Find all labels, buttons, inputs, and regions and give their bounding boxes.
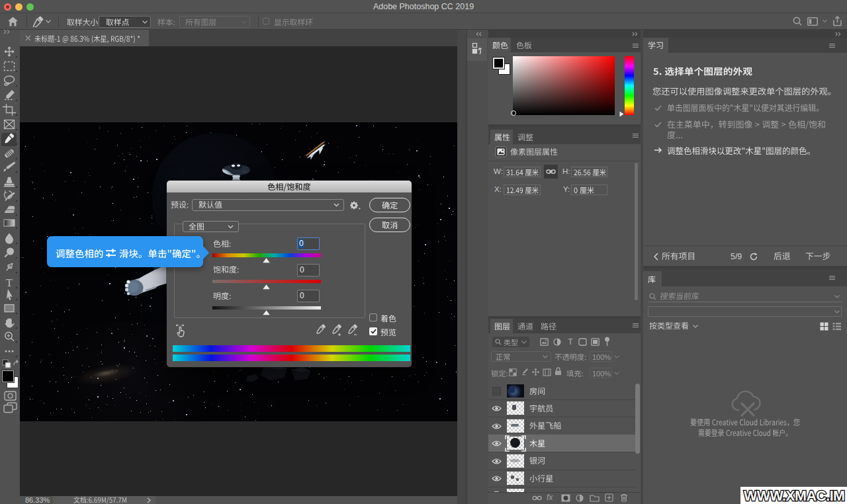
svg-text:WWW.XMAC.IM: WWW.XMAC.IM — [744, 488, 845, 504]
